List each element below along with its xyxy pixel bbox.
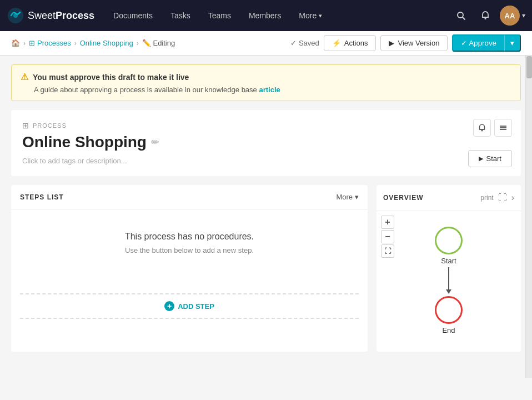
edit-icon: ✏️ (142, 39, 151, 47)
process-label: ⊞ PROCESS (22, 121, 510, 130)
logo-text: SweetProcess (28, 10, 94, 22)
logo[interactable]: SweetProcess (7, 7, 94, 24)
steps-empty-state: This process has no procedures. Use the … (11, 209, 368, 293)
breadcrumb-processes[interactable]: ⊞ Processes (29, 39, 71, 47)
main-content: ⚠ You must approve this draft to make it… (0, 56, 532, 400)
arrow-head (446, 289, 451, 294)
svg-point-7 (481, 130, 483, 132)
breadcrumb-editing: ✏️ Editing (142, 39, 175, 47)
chevron-down-icon: ▾ (355, 193, 359, 201)
play-icon: ▶ (479, 155, 483, 162)
breadcrumb-home[interactable]: 🏠 (11, 39, 20, 47)
breadcrumb-sep-2: › (74, 39, 77, 47)
overview-header: OVERVIEW print ⛶ › (377, 185, 521, 211)
saved-status: ✓ Saved (290, 39, 319, 47)
approve-check-icon: ✓ (461, 39, 467, 47)
add-step-button[interactable]: + ADD STEP (164, 301, 214, 311)
start-node-label: Start (441, 257, 456, 265)
nav-icons: AA ▾ (451, 6, 525, 26)
lower-section: STEPS LIST More ▾ This process has no pr… (11, 185, 521, 352)
bolt-icon: ⚡ (332, 39, 341, 47)
overview-title: OVERVIEW (383, 194, 423, 202)
fit-screen-button[interactable]: ⛶ (381, 244, 394, 258)
add-step-row: + ADD STEP (20, 293, 359, 319)
processes-icon: ⊞ (29, 39, 35, 47)
approve-chevron-icon: ▾ (510, 39, 514, 47)
process-label-icon: ⊞ (22, 121, 29, 130)
steps-more-button[interactable]: More ▾ (336, 193, 359, 201)
reorder-button[interactable] (494, 119, 512, 137)
steps-list-panel: STEPS LIST More ▾ This process has no pr… (11, 185, 368, 352)
notifications-icon[interactable] (475, 6, 495, 26)
nav-item-documents[interactable]: Documents (106, 7, 160, 24)
end-node: End (435, 296, 463, 334)
warning-icon: ⚠ (21, 72, 28, 82)
search-icon[interactable] (451, 6, 471, 26)
diagram-flow: Start End (435, 227, 463, 334)
view-icon: ▶ (389, 39, 394, 47)
process-title-row: Online Shopping ✏ (22, 133, 510, 151)
svg-point-1 (13, 13, 18, 18)
arrow-line (448, 267, 449, 289)
approve-dropdown-button[interactable]: ▾ (504, 34, 521, 52)
nav-item-teams[interactable]: Teams (200, 7, 239, 24)
check-icon: ✓ (290, 39, 297, 47)
alert-title: ⚠ You must approve this draft to make it… (21, 72, 511, 82)
diagram-controls: + − ⛶ (381, 216, 394, 258)
view-version-button[interactable]: ▶ View Version (380, 35, 448, 51)
scrollbar[interactable] (525, 56, 532, 378)
print-button[interactable]: print (480, 194, 493, 202)
alert-banner: ⚠ You must approve this draft to make it… (11, 64, 521, 101)
alert-article-link[interactable]: article (259, 86, 280, 94)
expand-right-button[interactable]: › (511, 193, 514, 203)
breadcrumb-sep-3: › (137, 39, 139, 47)
top-navigation: SweetProcess Documents Tasks Teams Membe… (0, 0, 532, 31)
nav-item-tasks[interactable]: Tasks (163, 7, 198, 24)
flow-arrow (446, 267, 451, 294)
process-title: Online Shopping (22, 133, 147, 151)
process-header: ⊞ PROCESS Online Shopping ✏ Click to add… (11, 110, 521, 176)
notifications-bell-button[interactable] (473, 119, 491, 137)
logo-icon (7, 7, 24, 24)
svg-line-3 (463, 17, 465, 19)
actions-button[interactable]: ⚡ Actions (324, 35, 377, 51)
end-node-label: End (442, 326, 455, 334)
overview-controls: print ⛶ › (480, 193, 514, 203)
approve-button[interactable]: ✓ Approve (452, 34, 504, 52)
breadcrumb-bar: 🏠 › ⊞ Processes › Online Shopping › ✏️ E… (0, 31, 532, 56)
steps-list-title: STEPS LIST (20, 193, 64, 201)
nav-item-members[interactable]: Members (241, 7, 289, 24)
breadcrumb-online-shopping[interactable]: Online Shopping (80, 39, 133, 47)
overview-panel: OVERVIEW print ⛶ › + − ⛶ Start (377, 185, 521, 352)
steps-empty-subtitle: Use the button below to add a new step. (125, 246, 254, 254)
alert-body: A guide about approving a process is ava… (21, 86, 511, 94)
breadcrumb-actions: ✓ Saved ⚡ Actions ▶ View Version ✓ Appro… (290, 34, 521, 52)
avatar-dropdown-icon[interactable]: ▾ (522, 12, 525, 19)
add-step-plus-icon: + (164, 301, 174, 311)
overview-diagram: + − ⛶ Start End (377, 211, 521, 350)
process-title-edit-icon[interactable]: ✏ (151, 136, 159, 148)
scrollbar-thumb[interactable] (526, 56, 532, 78)
steps-list-header: STEPS LIST More ▾ (11, 185, 368, 209)
zoom-in-button[interactable]: + (381, 216, 394, 229)
zoom-out-button[interactable]: − (381, 230, 394, 243)
chevron-down-icon: ▾ (319, 12, 322, 19)
avatar[interactable]: AA (500, 6, 520, 26)
process-header-actions (473, 119, 512, 137)
process-tags-field[interactable]: Click to add tags or description... (22, 157, 510, 165)
nav-item-more[interactable]: More ▾ (291, 7, 330, 24)
approve-group: ✓ Approve ▾ (452, 34, 521, 52)
start-node: Start (435, 227, 463, 265)
start-button-row: ▶ Start (468, 150, 512, 167)
start-button[interactable]: ▶ Start (468, 150, 512, 167)
fullscreen-button[interactable]: ⛶ (498, 193, 507, 203)
start-node-circle (435, 227, 463, 254)
steps-empty-title: This process has no procedures. (125, 232, 254, 242)
svg-point-5 (485, 18, 486, 19)
breadcrumb-sep-1: › (23, 39, 26, 47)
end-node-circle (435, 296, 463, 324)
